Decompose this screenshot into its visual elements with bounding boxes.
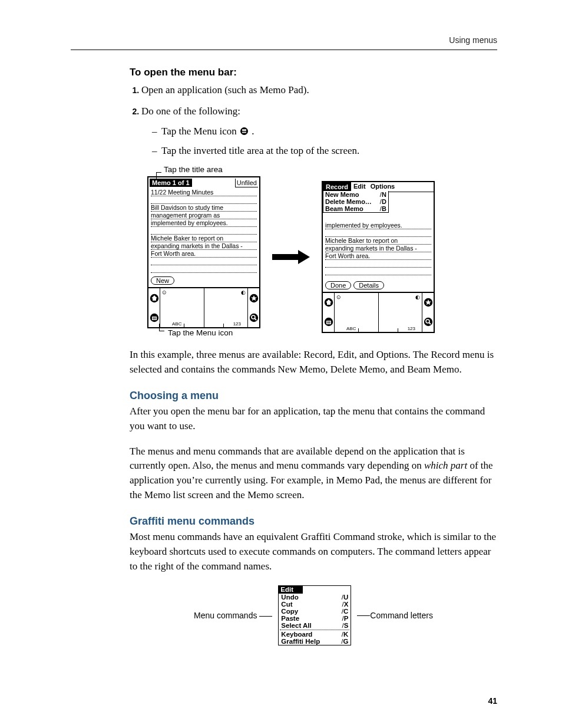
edit-menu-title[interactable]: Edit [278, 585, 303, 594]
palm-category[interactable]: Unfiled [235, 179, 258, 187]
arrow-icon [272, 249, 310, 265]
menu-item-cmd: U [342, 594, 349, 601]
memo-line[interactable]: 11/22 Meeting Minutes [151, 189, 257, 196]
edit-menu-popup: Edit UndoU CutX CopyC PasteP Select AllS… [278, 585, 351, 645]
silk-abc-label[interactable]: ABC [346, 326, 356, 331]
label-text: Menu commands [194, 611, 257, 620]
memo-line[interactable] [325, 260, 431, 268]
new-button[interactable]: New [151, 276, 174, 285]
find-icon[interactable] [248, 308, 259, 327]
menu-edit[interactable]: Edit [351, 182, 368, 192]
paragraph: Most menu commands have an equivalent Gr… [130, 530, 497, 574]
silk-dot-icon: ⊙ [336, 294, 341, 300]
memo-line[interactable] [151, 258, 257, 265]
silk-123-label[interactable]: 123 [233, 321, 241, 327]
menu-item[interactable]: Beam Memo B [323, 205, 388, 212]
menu-item-label: Graffiti Help [281, 638, 320, 645]
menu-item-cmd: B [380, 205, 386, 212]
label-menu-commands: Menu commands [194, 611, 272, 620]
label-text: Command letters [370, 611, 433, 620]
paragraph: The menus and menu commands that are ava… [130, 444, 497, 503]
substep-text: Tap the inverted title area at the top o… [161, 145, 359, 156]
palm-silkscreen: ⊙ ◐ ABC 123 [323, 293, 434, 332]
palm-screen-right: Record Edit Options New Memo N Delete Me… [322, 181, 435, 333]
svg-rect-3 [152, 315, 157, 317]
menu-record[interactable]: Record [323, 182, 351, 192]
memo-line[interactable]: Fort Worth area. [325, 252, 431, 260]
silk-123-label[interactable]: 123 [408, 326, 415, 331]
memo-line[interactable] [151, 265, 257, 273]
memo-line[interactable] [325, 268, 431, 275]
menu-item-label: Undo [281, 594, 298, 601]
menu-item-label: Delete Memo… [325, 198, 372, 205]
step-text: Do one of the following: [141, 106, 240, 117]
menu-item[interactable]: New Memo N [323, 191, 388, 198]
callout-top: Tap the title area [156, 165, 497, 174]
svg-rect-11 [272, 254, 298, 260]
svg-rect-16 [326, 319, 331, 321]
menu-item-label: Select All [281, 622, 311, 629]
memo-line[interactable]: expanding markets in the Dallas - [325, 245, 431, 252]
menu-item-label: Beam Memo [325, 205, 363, 212]
menu-item[interactable]: KeyboardK [279, 631, 351, 638]
done-button[interactable]: Done [325, 281, 351, 289]
memo-line[interactable] [151, 227, 257, 235]
palm-title-bar[interactable]: Memo 1 of 1 [150, 179, 192, 187]
memo-line[interactable]: implemented by employees. [325, 222, 431, 229]
menu-item-label: Cut [281, 601, 292, 608]
section-heading: Choosing a menu [130, 390, 497, 402]
menu-item-cmd: P [342, 615, 348, 622]
memo-line[interactable] [151, 196, 257, 204]
menu-silk-icon[interactable] [148, 308, 160, 327]
svg-point-8 [249, 313, 257, 321]
page-number: 41 [488, 696, 497, 706]
home-icon[interactable] [323, 293, 334, 312]
menu-options[interactable]: Options [368, 182, 398, 192]
menu-item[interactable]: CopyC [279, 608, 351, 615]
section-heading: Graffiti menu commands [130, 515, 497, 528]
substep-list: Tap the Menu icon . Tap the inverted tit… [141, 124, 497, 159]
menu-item[interactable]: UndoU [279, 594, 351, 601]
step-item: Open an application (such as Memo Pad). [141, 83, 497, 97]
calc-icon[interactable] [248, 288, 259, 308]
running-header: Using menus [71, 35, 497, 45]
figure-row: Memo 1 of 1 Unfiled 11/22 Meeting Minute… [147, 176, 497, 337]
memo-line[interactable]: management program as [151, 212, 257, 219]
menu-item[interactable]: Graffiti HelpG [279, 638, 351, 645]
memo-line[interactable]: Bill Davidson to study time [151, 204, 257, 212]
details-button[interactable]: Details [353, 281, 384, 289]
menu-item-label: Keyboard [281, 631, 312, 638]
menu-popup: New Memo N Delete Memo… D Beam Memo B [323, 191, 389, 213]
menu-item-cmd: C [342, 608, 349, 615]
menu-silk-icon[interactable] [323, 312, 334, 332]
menu-item-cmd: X [342, 601, 348, 608]
menu-item-label: New Memo [325, 191, 359, 198]
menu-item[interactable]: Select AllS [279, 622, 351, 629]
silk-abc-label[interactable]: ABC [172, 321, 181, 327]
memo-line[interactable]: Michele Baker to report on [151, 235, 257, 242]
home-icon[interactable] [148, 288, 160, 308]
menu-item[interactable]: CutX [279, 601, 351, 608]
menu-item-cmd: S [342, 622, 348, 629]
step-text: Open an application (such as Memo Pad). [141, 84, 309, 95]
memo-line[interactable]: expanding markets in the Dallas - [151, 242, 257, 250]
callout-bottom: Tap the Menu icon [159, 328, 233, 337]
menu-item[interactable]: PasteP [279, 615, 351, 622]
menu-item[interactable]: Delete Memo… D [323, 198, 388, 205]
menu-item-label: Paste [281, 615, 299, 622]
menu-item-cmd: N [380, 191, 386, 198]
memo-line[interactable]: Fort Worth area. [151, 250, 257, 258]
palm-silkscreen: ⊙ ◐ ABC 123 [148, 288, 259, 327]
procedure-title: To open the menu bar: [130, 67, 497, 78]
memo-line[interactable]: Michele Baker to report on [325, 237, 431, 245]
memo-line[interactable] [325, 229, 431, 237]
memo-line[interactable]: implemented by employees. [151, 219, 257, 227]
calc-icon[interactable] [422, 293, 434, 312]
menu-item-cmd: K [342, 631, 349, 638]
find-icon[interactable] [422, 312, 434, 332]
menu-icon [240, 127, 248, 135]
substep-text: Tap the Menu icon [161, 126, 239, 137]
period: . [249, 126, 254, 137]
svg-marker-12 [298, 250, 310, 264]
step-item: Do one of the following: Tap the Menu ic… [141, 104, 497, 158]
